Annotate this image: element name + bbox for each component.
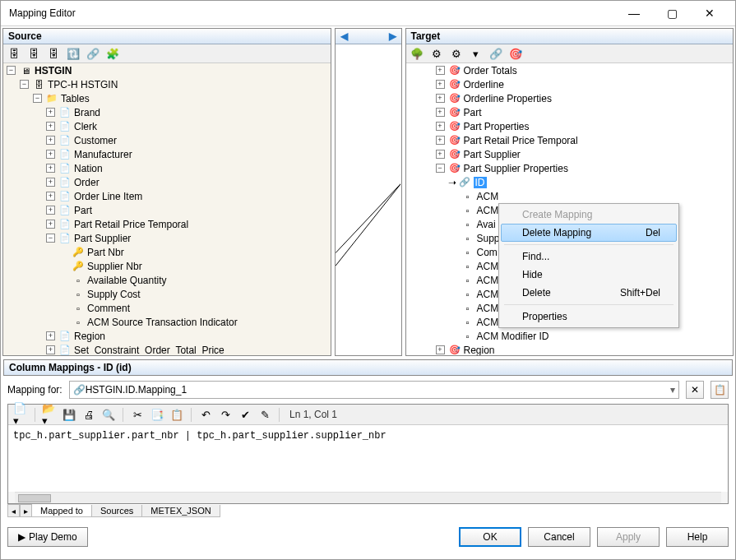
table-icon: 📄 <box>58 191 72 202</box>
tree-item[interactable]: +📄Part <box>3 203 331 217</box>
refresh-icon[interactable]: 🔃 <box>66 46 81 61</box>
ctx-hide[interactable]: Hide <box>501 266 677 284</box>
maximize-button[interactable]: ▢ <box>653 1 691 25</box>
tree-item[interactable]: +📄Brand <box>3 105 331 119</box>
tree-item[interactable]: +🎯Order Totals <box>406 63 734 77</box>
db-add-icon[interactable]: 🗄 <box>7 46 21 61</box>
column-id[interactable]: ➝🔗ID <box>406 175 734 189</box>
tree-item[interactable]: +🎯Part Supplier <box>406 147 734 161</box>
tree-item[interactable]: +📄Order Line Item <box>3 189 331 203</box>
column-icon: ▫ <box>72 275 85 286</box>
tree-db[interactable]: −🗄TPC-H HSTGIN <box>3 77 331 91</box>
find-icon[interactable]: 🔍 <box>101 407 116 422</box>
db-remove-icon[interactable]: 🗄 <box>46 46 61 61</box>
ctx-delete-mapping[interactable]: Delete MappingDel <box>501 224 677 242</box>
ctx-delete[interactable]: DeleteShift+Del <box>501 284 677 302</box>
copy-icon[interactable]: 📑 <box>150 407 164 422</box>
column-item[interactable]: ▫ACM <box>406 189 734 203</box>
tree-item[interactable]: +📄Manufacturer <box>3 147 331 161</box>
column-supplier-nbr[interactable]: 🔑Supplier Nbr <box>3 259 331 273</box>
column-item[interactable]: ▫ACM Source Transaction Indicator <box>3 315 331 329</box>
page-icon[interactable]: 📄▾ <box>13 407 28 422</box>
filter-icon[interactable]: 🧩 <box>105 46 120 61</box>
column-item[interactable]: ▫Supply Cost <box>3 287 331 301</box>
ctx-properties[interactable]: Properties <box>501 308 677 326</box>
table-icon: 🎯 <box>448 121 461 132</box>
save-icon[interactable]: 💾 <box>62 407 76 422</box>
column-icon: ▫ <box>461 219 474 230</box>
tree-item[interactable]: +🎯Part Properties <box>406 119 734 133</box>
column-icon: ▫ <box>461 317 474 328</box>
tree-item[interactable]: +🎯Part Retail Price Temporal <box>406 133 734 147</box>
tree-item[interactable]: +🎯Part <box>406 105 734 119</box>
tab-next-button[interactable]: ▸ <box>20 504 32 517</box>
table-icon: 🎯 <box>448 149 461 160</box>
tree-item[interactable]: +📄Set_Constraint_Order_Total_Price <box>3 343 331 355</box>
apply-button[interactable]: Apply <box>597 527 660 547</box>
column-item[interactable]: ▫Available Quantity <box>3 273 331 287</box>
editor-scrollbar[interactable] <box>15 492 721 503</box>
tree-item[interactable]: +📄Part Retail Price Temporal <box>3 217 331 231</box>
mapping-for-value: HSTGIN.ID.Mapping_1 <box>86 384 187 396</box>
expression-editor: 📄▾ 📂▾ 💾 🖨 🔍 ✂ 📑 📋 ↶ ↷ ✔ ✎ Ln 1, Col 1 t <box>7 404 729 504</box>
target-toolbar: 🌳 ⚙ ⚙ ▾ 🔗 🎯 <box>406 44 734 63</box>
tree-root[interactable]: −🖥HSTGIN <box>3 63 331 77</box>
mapping-for-combo[interactable]: 🔗 HSTGIN.ID.Mapping_1 ▾ <box>69 381 679 399</box>
map-right-icon[interactable]: ▶ <box>389 30 396 42</box>
cancel-button[interactable]: Cancel <box>528 527 590 547</box>
close-button[interactable]: ✕ <box>691 1 729 25</box>
target-icon[interactable]: 🎯 <box>508 46 523 61</box>
tree-item[interactable]: +📄Order <box>3 175 331 189</box>
column-item[interactable]: ▫ACM Modifier ID <box>406 329 734 343</box>
properties-button[interactable]: 📋 <box>711 381 729 399</box>
tab-mapped-to[interactable]: Mapped to <box>31 505 92 517</box>
column-part-nbr[interactable]: 🔑Part Nbr <box>3 245 331 259</box>
tree-item-part-supplier[interactable]: −📄Part Supplier <box>3 231 331 245</box>
print-icon[interactable]: 🖨 <box>81 407 96 422</box>
table-icon: 📄 <box>58 177 72 188</box>
play-demo-button[interactable]: ▶ Play Demo <box>7 527 88 547</box>
gear-minus-icon[interactable]: ⚙ <box>449 46 464 61</box>
tree-item[interactable]: +📄Nation <box>3 161 331 175</box>
mapping-icon: 🔗 <box>73 384 86 396</box>
dropdown-icon[interactable]: ▾ <box>469 46 484 61</box>
tree-filter-icon[interactable]: 🌳 <box>410 46 424 61</box>
column-item[interactable]: ▫Comment <box>3 301 331 315</box>
tree-item[interactable]: +🎯Region <box>406 343 734 355</box>
open-icon[interactable]: 📂▾ <box>42 407 57 422</box>
gear-plus-icon[interactable]: ⚙ <box>429 46 444 61</box>
table-icon: 📄 <box>58 121 72 132</box>
help-button[interactable]: Help <box>666 527 729 547</box>
ctx-find[interactable]: Find... <box>501 248 677 266</box>
check-icon[interactable]: ✔ <box>238 407 252 422</box>
tree-item[interactable]: +🎯Orderline <box>406 77 734 91</box>
tab-prev-button[interactable]: ◂ <box>7 504 20 517</box>
table-icon: 📄 <box>58 149 72 160</box>
window-title: Mapping Editor <box>7 7 76 19</box>
column-icon: 🔑 <box>72 261 85 272</box>
undo-icon[interactable]: ↶ <box>198 407 213 422</box>
cut-icon[interactable]: ✂ <box>130 407 145 422</box>
tree-item-psp[interactable]: −🎯Part Supplier Properties <box>406 161 734 175</box>
redo-icon[interactable]: ↷ <box>218 407 233 422</box>
tab-metex-json[interactable]: METEX_JSON <box>141 505 220 517</box>
tab-sources[interactable]: Sources <box>91 505 142 517</box>
tree-item[interactable]: +📄Clerk <box>3 119 331 133</box>
map-left-icon[interactable]: ◀ <box>340 30 348 42</box>
db-icon[interactable]: 🗄 <box>26 46 41 61</box>
tree-item[interactable]: +🎯Orderline Properties <box>406 91 734 105</box>
delete-mapping-button[interactable]: ✕ <box>686 381 704 399</box>
table-icon: 🎯 <box>448 345 461 356</box>
paste-icon[interactable]: 📋 <box>169 407 184 422</box>
editor-body[interactable]: tpc_h.part_supplier.part_nbr | tpc_h.par… <box>8 425 728 492</box>
svg-line-0 <box>336 183 401 253</box>
tree-item[interactable]: +📄Customer <box>3 133 331 147</box>
table-link-icon[interactable]: 🔗 <box>86 46 100 61</box>
minimize-button[interactable]: — <box>615 1 653 25</box>
tree-item[interactable]: +📄Region <box>3 329 331 343</box>
map-icon[interactable]: 🔗 <box>488 46 503 61</box>
tree-tables[interactable]: −📁Tables <box>3 91 331 105</box>
source-tree[interactable]: −🖥HSTGIN −🗄TPC-H HSTGIN −📁Tables +📄Brand… <box>3 63 331 355</box>
edit-icon[interactable]: ✎ <box>257 407 272 422</box>
ok-button[interactable]: OK <box>459 527 521 547</box>
